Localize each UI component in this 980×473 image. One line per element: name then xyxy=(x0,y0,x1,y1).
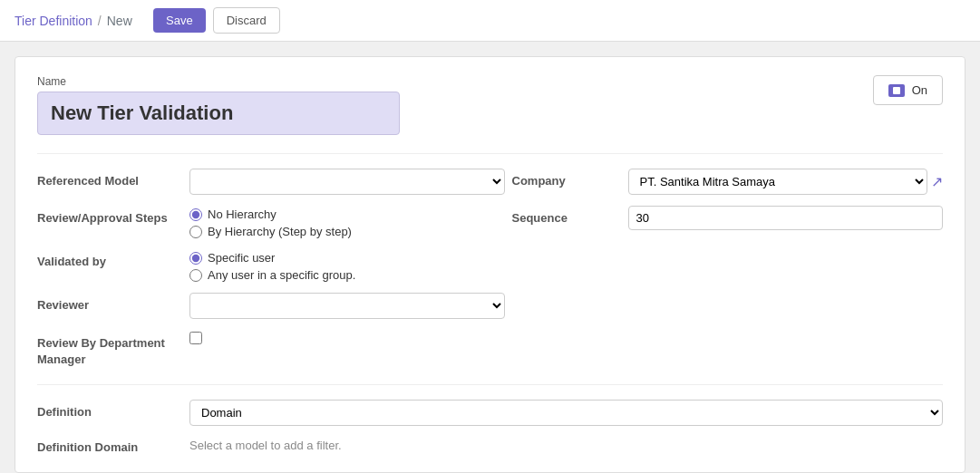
review-approval-label: Review/Approval Steps xyxy=(37,206,182,225)
breadcrumb: Tier Definition / New xyxy=(15,14,132,28)
content-area: Name On Referenced Model Company PT. San… xyxy=(0,42,980,473)
validated-by-options: Specific user Any user in a specific gro… xyxy=(189,249,505,282)
toggle-icon xyxy=(888,84,905,97)
form-card: Name On Referenced Model Company PT. San… xyxy=(15,56,965,473)
discard-button[interactable]: Discard xyxy=(213,7,280,34)
validated-by-label: Validated by xyxy=(37,249,182,268)
divider xyxy=(37,153,943,154)
radio-specific-user[interactable]: Specific user xyxy=(189,251,505,265)
bottom-section: Definition Domain Definition Domain Sele… xyxy=(37,384,943,454)
definition-select[interactable]: Domain xyxy=(189,400,943,426)
definition-domain-label: Definition Domain xyxy=(37,435,182,454)
radio-specific-user-input[interactable] xyxy=(189,252,202,265)
radio-no-hierarchy[interactable]: No Hierarchy xyxy=(189,208,505,221)
company-label: Company xyxy=(512,169,621,188)
top-bar: Tier Definition / New Save Discard xyxy=(0,0,980,42)
bottom-grid: Definition Domain Definition Domain Sele… xyxy=(37,400,943,454)
referenced-model-select[interactable] xyxy=(189,169,505,195)
name-label: Name xyxy=(37,75,873,88)
radio-specific-user-label: Specific user xyxy=(208,251,275,265)
toggle-button[interactable]: On xyxy=(873,75,943,105)
referenced-model-value xyxy=(189,169,505,195)
breadcrumb-current: New xyxy=(107,14,132,28)
sequence-label: Sequence xyxy=(512,206,621,225)
toggle-label: On xyxy=(912,83,927,97)
breadcrumb-separator: / xyxy=(98,14,102,28)
dept-manager-checkbox[interactable] xyxy=(189,332,202,344)
reviewer-label: Reviewer xyxy=(37,293,182,312)
external-link-icon[interactable]: ↗ xyxy=(931,173,943,190)
form-grid: Referenced Model Company PT. Santika Mit… xyxy=(37,169,943,368)
name-input[interactable] xyxy=(37,92,400,135)
company-select[interactable]: PT. Santika Mitra Samaya xyxy=(628,169,928,195)
review-approval-options: No Hierarchy By Hierarchy (Step by step) xyxy=(189,206,505,238)
company-value: PT. Santika Mitra Samaya ↗ xyxy=(628,169,944,195)
reviewer-value xyxy=(189,293,505,319)
dept-manager-value xyxy=(189,330,505,344)
breadcrumb-parent[interactable]: Tier Definition xyxy=(15,14,92,28)
reviewer-select[interactable] xyxy=(189,293,505,319)
radio-no-hierarchy-input[interactable] xyxy=(189,208,202,221)
sequence-input[interactable] xyxy=(628,206,944,230)
radio-by-hierarchy-label: By Hierarchy (Step by step) xyxy=(208,225,352,238)
name-section: Name On xyxy=(37,75,943,135)
radio-by-hierarchy[interactable]: By Hierarchy (Step by step) xyxy=(189,225,505,238)
definition-value: Domain xyxy=(189,400,943,426)
dept-manager-label: Review By Department Manager xyxy=(37,330,182,368)
radio-no-hierarchy-label: No Hierarchy xyxy=(208,208,277,221)
radio-by-hierarchy-input[interactable] xyxy=(189,226,202,238)
definition-domain-value: Select a model to add a filter. xyxy=(189,435,943,452)
radio-any-user-input[interactable] xyxy=(189,269,202,282)
name-left: Name xyxy=(37,75,873,135)
definition-label: Definition xyxy=(37,400,182,419)
save-button[interactable]: Save xyxy=(153,8,206,33)
radio-any-user[interactable]: Any user in a specific group. xyxy=(189,268,505,282)
radio-any-user-label: Any user in a specific group. xyxy=(208,268,355,282)
sequence-value xyxy=(628,206,944,230)
referenced-model-label: Referenced Model xyxy=(37,169,182,188)
